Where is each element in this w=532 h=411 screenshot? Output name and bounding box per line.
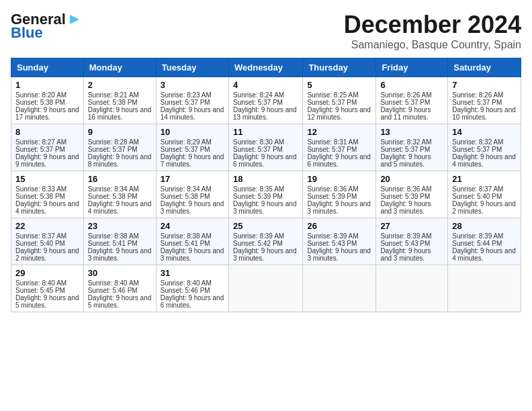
calendar-day-cell: 14Sunrise: 8:32 AMSunset: 5:37 PMDayligh…: [448, 124, 521, 171]
calendar-day-cell: 10Sunrise: 8:29 AMSunset: 5:37 PMDayligh…: [156, 124, 228, 171]
daylight-hours: Daylight: 9 hours and 3 minutes.: [380, 200, 431, 215]
calendar-week-row: 29Sunrise: 8:40 AMSunset: 5:45 PMDayligh…: [11, 265, 521, 312]
sunrise-time: Sunrise: 8:40 AM: [161, 279, 212, 287]
sunset-time: Sunset: 5:38 PM: [88, 193, 138, 200]
main-title: December 2024: [344, 11, 521, 39]
day-number: 1: [15, 80, 79, 90]
sunset-time: Sunset: 5:45 PM: [15, 287, 65, 294]
sunrise-time: Sunrise: 8:21 AM: [88, 91, 139, 99]
daylight-hours: Daylight: 9 hours and 3 minutes.: [233, 247, 297, 262]
calendar-day-cell: 1Sunrise: 8:20 AMSunset: 5:38 PMDaylight…: [11, 77, 84, 124]
daylight-hours: Daylight: 9 hours and 4 minutes.: [15, 200, 79, 215]
daylight-hours: Daylight: 9 hours and 16 minutes.: [88, 106, 152, 121]
sunset-time: Sunset: 5:37 PM: [233, 99, 283, 106]
daylight-hours: Daylight: 9 hours and 14 minutes.: [161, 106, 224, 121]
sunrise-time: Sunrise: 8:20 AM: [15, 91, 66, 99]
sunset-time: Sunset: 5:37 PM: [161, 146, 210, 153]
calendar-day-cell: 18Sunrise: 8:35 AMSunset: 5:39 PMDayligh…: [228, 171, 302, 218]
sunset-time: Sunset: 5:37 PM: [452, 99, 502, 106]
daylight-hours: Daylight: 9 hours and 10 minutes.: [452, 106, 516, 121]
sunset-time: Sunset: 5:46 PM: [88, 287, 138, 294]
day-number: 26: [307, 221, 371, 231]
calendar-week-row: 22Sunrise: 8:37 AMSunset: 5:40 PMDayligh…: [11, 218, 521, 265]
daylight-hours: Daylight: 9 hours and 9 minutes.: [15, 153, 79, 168]
sunrise-time: Sunrise: 8:40 AM: [15, 279, 66, 287]
sunset-time: Sunset: 5:37 PM: [307, 146, 357, 153]
calendar-day-cell: 12Sunrise: 8:31 AMSunset: 5:37 PMDayligh…: [303, 124, 376, 171]
day-number: 25: [233, 221, 298, 231]
calendar-week-row: 1Sunrise: 8:20 AMSunset: 5:38 PMDaylight…: [11, 77, 521, 124]
header-sunday: Sunday: [11, 58, 84, 77]
sunset-time: Sunset: 5:37 PM: [161, 99, 210, 106]
sunrise-time: Sunrise: 8:39 AM: [380, 232, 431, 240]
day-number: 16: [88, 174, 152, 184]
day-number: 3: [161, 80, 224, 90]
day-number: 21: [452, 174, 517, 184]
header-wednesday: Wednesday: [228, 58, 302, 77]
sunset-time: Sunset: 5:39 PM: [307, 193, 357, 200]
calendar-day-cell: 28Sunrise: 8:39 AMSunset: 5:44 PMDayligh…: [448, 218, 521, 265]
logo: General Blue: [11, 11, 82, 42]
sunrise-time: Sunrise: 8:31 AM: [307, 138, 358, 146]
sunrise-time: Sunrise: 8:25 AM: [307, 91, 358, 99]
daylight-hours: Daylight: 9 hours and 6 minutes.: [307, 153, 371, 168]
day-number: 9: [88, 127, 152, 137]
sunset-time: Sunset: 5:38 PM: [161, 193, 210, 200]
day-number: 5: [307, 80, 371, 90]
day-number: 17: [161, 174, 224, 184]
daylight-hours: Daylight: 9 hours and 11 minutes.: [380, 106, 431, 121]
header-saturday: Saturday: [448, 58, 521, 77]
day-number: 20: [380, 174, 443, 184]
day-number: 10: [161, 127, 224, 137]
calendar-day-cell: 23Sunrise: 8:38 AMSunset: 5:41 PMDayligh…: [83, 218, 156, 265]
day-number: 8: [15, 127, 79, 137]
sunrise-time: Sunrise: 8:39 AM: [452, 232, 503, 240]
sunset-time: Sunset: 5:38 PM: [15, 99, 65, 106]
logo-arrow-icon: [67, 12, 82, 27]
calendar-day-cell: [448, 265, 521, 312]
sunrise-time: Sunrise: 8:39 AM: [307, 232, 358, 240]
sunrise-time: Sunrise: 8:40 AM: [88, 279, 139, 287]
sunset-time: Sunset: 5:37 PM: [380, 99, 430, 106]
header-tuesday: Tuesday: [156, 58, 228, 77]
calendar-table: Sunday Monday Tuesday Wednesday Thursday…: [11, 58, 521, 312]
calendar-day-cell: 3Sunrise: 8:23 AMSunset: 5:37 PMDaylight…: [156, 77, 228, 124]
day-number: 4: [233, 80, 298, 90]
day-number: 7: [452, 80, 517, 90]
sunrise-time: Sunrise: 8:27 AM: [15, 138, 66, 146]
daylight-hours: Daylight: 9 hours and 5 minutes.: [15, 294, 79, 309]
daylight-hours: Daylight: 9 hours and 5 minutes.: [380, 153, 431, 168]
daylight-hours: Daylight: 9 hours and 2 minutes.: [15, 247, 79, 262]
sunrise-time: Sunrise: 8:35 AM: [233, 185, 284, 193]
daylight-hours: Daylight: 9 hours and 3 minutes.: [161, 247, 224, 262]
sunset-time: Sunset: 5:37 PM: [15, 146, 65, 153]
calendar-day-cell: 27Sunrise: 8:39 AMSunset: 5:43 PMDayligh…: [376, 218, 448, 265]
sunset-time: Sunset: 5:37 PM: [307, 99, 357, 106]
calendar-day-cell: [228, 265, 302, 312]
sunset-time: Sunset: 5:43 PM: [307, 240, 357, 247]
subtitle: Samaniego, Basque Country, Spain: [344, 39, 521, 51]
calendar-day-cell: 26Sunrise: 8:39 AMSunset: 5:43 PMDayligh…: [303, 218, 376, 265]
sunrise-time: Sunrise: 8:34 AM: [88, 185, 139, 193]
calendar-week-row: 15Sunrise: 8:33 AMSunset: 5:38 PMDayligh…: [11, 171, 521, 218]
day-number: 31: [161, 268, 224, 278]
calendar-day-cell: 6Sunrise: 8:26 AMSunset: 5:37 PMDaylight…: [376, 77, 448, 124]
calendar-day-cell: [376, 265, 448, 312]
day-number: 27: [380, 221, 443, 231]
sunset-time: Sunset: 5:38 PM: [15, 193, 65, 200]
day-number: 19: [307, 174, 371, 184]
daylight-hours: Daylight: 9 hours and 4 minutes.: [88, 200, 152, 215]
daylight-hours: Daylight: 9 hours and 3 minutes.: [233, 200, 297, 215]
day-number: 30: [88, 268, 152, 278]
sunrise-time: Sunrise: 8:37 AM: [15, 232, 66, 240]
header-friday: Friday: [376, 58, 448, 77]
daylight-hours: Daylight: 9 hours and 3 minutes.: [161, 200, 224, 215]
sunset-time: Sunset: 5:41 PM: [88, 240, 138, 247]
day-number: 24: [161, 221, 224, 231]
daylight-hours: Daylight: 9 hours and 3 minutes.: [380, 247, 431, 262]
calendar-day-cell: 25Sunrise: 8:39 AMSunset: 5:42 PMDayligh…: [228, 218, 302, 265]
daylight-hours: Daylight: 9 hours and 8 minutes.: [88, 153, 152, 168]
sunrise-time: Sunrise: 8:30 AM: [233, 138, 284, 146]
day-number: 15: [15, 174, 79, 184]
sunrise-time: Sunrise: 8:38 AM: [88, 232, 139, 240]
